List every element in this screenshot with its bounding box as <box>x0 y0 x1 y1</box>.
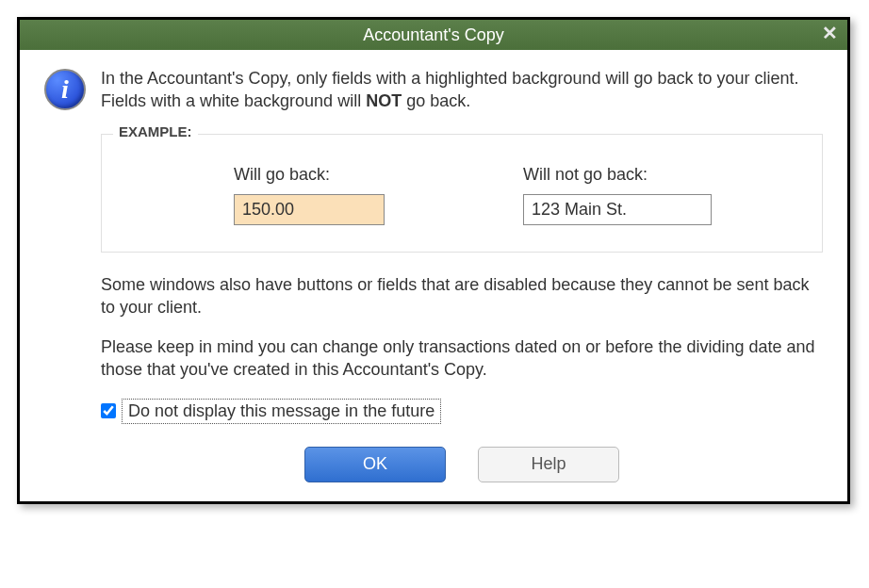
ok-button[interactable]: OK <box>304 447 446 482</box>
button-row: OK Help <box>101 447 823 482</box>
example-col-goback: Will go back: 150.00 <box>130 165 504 225</box>
intro-text-2: go back. <box>402 91 470 110</box>
will-go-back-field: 150.00 <box>234 194 385 225</box>
suppress-message-label[interactable]: Do not display this message in the futur… <box>122 399 441 424</box>
dialog-body: i In the Accountant's Copy, only fields … <box>20 50 847 501</box>
suppress-message-row: Do not display this message in the futur… <box>101 399 823 424</box>
will-not-go-back-field: 123 Main St. <box>523 194 712 225</box>
title-bar: Accountant's Copy ✕ <box>20 20 847 50</box>
info-icon: i <box>44 69 86 110</box>
dialog-title: Accountant's Copy <box>363 25 504 45</box>
example-col-notgoback: Will not go back: 123 Main St. <box>504 165 794 225</box>
close-icon[interactable]: ✕ <box>822 24 838 42</box>
will-go-back-label: Will go back: <box>234 165 504 185</box>
help-button[interactable]: Help <box>478 447 619 482</box>
dialog-window: Accountant's Copy ✕ i In the Accountant'… <box>17 17 850 504</box>
will-not-go-back-label: Will not go back: <box>523 165 794 185</box>
content-column: In the Accountant's Copy, only fields wi… <box>101 67 823 482</box>
intro-paragraph: In the Accountant's Copy, only fields wi… <box>101 67 823 113</box>
suppress-message-checkbox[interactable] <box>101 403 116 418</box>
paragraph-disabled-info: Some windows also have buttons or fields… <box>101 273 823 319</box>
example-box: EXAMPLE: Will go back: 150.00 Will not g… <box>101 134 823 253</box>
intro-bold: NOT <box>366 91 402 110</box>
icon-column: i <box>44 67 101 482</box>
example-legend: EXAMPLE: <box>113 123 198 139</box>
paragraph-dividing-date: Please keep in mind you can change only … <box>101 335 823 382</box>
